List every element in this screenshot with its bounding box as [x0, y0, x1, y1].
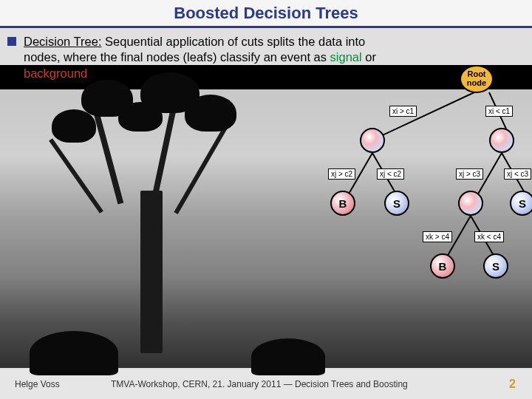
internal-node — [458, 191, 483, 216]
edge-label: xk < c4 — [474, 231, 504, 242]
leaf-node-s: S — [483, 253, 508, 279]
joshua-tree-silhouette — [30, 72, 288, 353]
decision-tree-diagram: Root node xi > c1 xi < c1 xj > c2 xj < c… — [319, 65, 526, 316]
edge-label: xj > c3 — [456, 168, 483, 180]
leaf-node-s: S — [510, 191, 532, 216]
footer-center: TMVA-Workshop, CERN, 21. January 2011 ― … — [111, 379, 408, 389]
edge-label: xi < c1 — [485, 106, 513, 117]
bullet-or: or — [362, 50, 376, 64]
bullet-text: Decision Tree: Sequential application of… — [24, 34, 392, 81]
leaf-node-b: B — [330, 191, 355, 216]
edge-label: xi > c1 — [389, 106, 417, 117]
leaf-node-b: B — [430, 253, 455, 279]
footer-author: Helge Voss — [15, 379, 60, 389]
slide-body: Decision Tree: Sequential application of… — [0, 28, 532, 369]
edge-label: xk > c4 — [423, 231, 452, 242]
internal-node — [360, 128, 385, 153]
leaf-node-s: S — [384, 191, 409, 216]
internal-node — [489, 128, 514, 153]
page-number: 2 — [509, 378, 516, 391]
edge-label: xj < c2 — [377, 168, 404, 180]
slide: Boosted Decision Trees Decision Tree: Se… — [0, 0, 532, 399]
signal-word: signal — [330, 50, 362, 64]
bullet-item: Decision Tree: Sequential application of… — [7, 34, 392, 81]
title-bar: Boosted Decision Trees — [0, 0, 532, 28]
root-node: Root node — [460, 65, 494, 93]
bullet-lead: Decision Tree: — [24, 35, 101, 48]
slide-title: Boosted Decision Trees — [174, 4, 358, 23]
edge-label: xj < c3 — [504, 168, 531, 180]
bullet-square-icon — [7, 37, 16, 46]
background-word: background — [24, 66, 87, 80]
edge-label: xj > c2 — [328, 168, 355, 180]
